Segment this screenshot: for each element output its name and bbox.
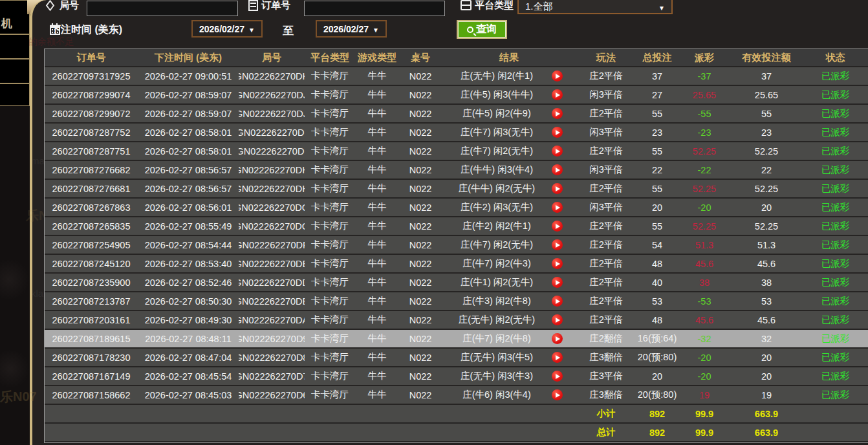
play-video-button[interactable] xyxy=(552,108,576,119)
cell-payout: -20 xyxy=(678,199,730,216)
cell-platform: 卡卡湾厅 xyxy=(305,124,355,141)
cell-status: 已派彩 xyxy=(803,236,868,254)
cell-round: GN022262270DG xyxy=(239,199,305,216)
cell-method: 庄2平倍 xyxy=(576,67,636,85)
play-video-button[interactable] xyxy=(552,333,576,344)
cell-table_no: N022 xyxy=(399,236,442,254)
table-row[interactable]: 2602270872766822026-02-27 08:56:57GN0222… xyxy=(45,161,868,180)
column-header-3: 局号 xyxy=(239,49,305,66)
result-text: 庄(牛5) 闲2(牛9) xyxy=(442,107,552,120)
table-row[interactable]: 2602270872678632026-02-27 08:56:01GN0222… xyxy=(45,199,868,217)
cell-game: 牛牛 xyxy=(355,124,399,141)
cell-valid: 45.6 xyxy=(730,255,803,272)
cell-round: GN022262270DE xyxy=(239,255,305,272)
play-video-button[interactable] xyxy=(552,239,576,250)
cell-round: GN022262270DA xyxy=(239,311,305,329)
play-video-button[interactable] xyxy=(552,277,576,288)
table-row[interactable]: 2602270871671492026-02-27 08:45:54GN0222… xyxy=(45,367,868,386)
cell-round: GN022262270DJ xyxy=(239,86,305,103)
table-row[interactable]: 2602270872451202026-02-27 08:53:40GN0222… xyxy=(45,255,868,274)
order-number-input[interactable] xyxy=(304,1,445,16)
search-button[interactable]: 查询 xyxy=(457,20,507,39)
cell-result: 庄(牛1) 闲2(无牛) xyxy=(442,274,576,291)
platform-type-select[interactable]: 1.全部 xyxy=(517,0,673,14)
play-video-button[interactable] xyxy=(552,164,576,175)
cell-bet: 55 xyxy=(636,142,678,160)
cell-bet: 40 xyxy=(636,274,678,291)
play-video-button[interactable] xyxy=(552,71,576,81)
play-video-button[interactable] xyxy=(552,127,576,138)
cell-round: GN022262270DF xyxy=(239,236,305,254)
table-row[interactable]: 2602270872990742026-02-27 08:59:07GN0222… xyxy=(45,86,868,105)
cell-payout: -20 xyxy=(678,367,730,385)
table-row[interactable]: 2602270872031612026-02-27 08:49:30GN0222… xyxy=(45,311,868,330)
table-row[interactable]: 2602270872766812026-02-27 08:56:57GN0222… xyxy=(45,180,868,199)
cell-game: 牛牛 xyxy=(355,105,399,122)
play-video-button[interactable] xyxy=(552,389,576,400)
round-number-input[interactable] xyxy=(87,1,238,16)
table-row[interactable]: 2602270871896152026-02-27 08:48:11GN0222… xyxy=(45,330,868,349)
cell-game: 牛牛 xyxy=(355,199,399,216)
platform-type-label: 平台类型 xyxy=(475,0,514,12)
subtotal-label: 小计 xyxy=(576,405,636,422)
play-video-button[interactable] xyxy=(552,202,576,213)
cell-platform: 卡卡湾厅 xyxy=(305,311,355,329)
play-icon xyxy=(552,71,563,81)
grand-total-payout: 99.9 xyxy=(678,424,730,441)
cell-round: GN022262270DJ xyxy=(239,105,305,122)
cell-platform: 卡卡湾厅 xyxy=(305,236,355,254)
play-icon xyxy=(552,127,563,138)
table-row[interactable]: 2602270872549052026-02-27 08:54:44GN0222… xyxy=(45,236,868,255)
table-row[interactable]: 2602270872359002026-02-27 08:52:46GN0222… xyxy=(45,274,868,292)
cell-round: GN022262270D9 xyxy=(239,330,305,347)
cell-bet: 53 xyxy=(636,292,678,310)
cell-payout: -53 xyxy=(678,292,730,310)
round-number-icon xyxy=(46,0,54,11)
play-video-button[interactable] xyxy=(552,352,576,363)
play-video-button[interactable] xyxy=(552,296,576,307)
play-video-button[interactable] xyxy=(552,183,576,194)
table-row[interactable]: 2602270973179252026-02-27 09:00:51GN0222… xyxy=(45,67,868,86)
play-video-button[interactable] xyxy=(552,146,576,157)
cell-bet: 20(预:80) xyxy=(636,349,678,366)
play-video-button[interactable] xyxy=(552,258,576,269)
cell-table_no: N022 xyxy=(399,274,442,291)
cell-bet: 55 xyxy=(636,105,678,122)
play-video-button[interactable] xyxy=(552,371,576,382)
cell-table_no: N022 xyxy=(399,217,442,235)
date-to-picker[interactable]: 2026/02/27 xyxy=(316,20,387,38)
cell-game: 牛牛 xyxy=(355,367,399,385)
table-row[interactable]: 2602270872658352026-02-27 08:55:49GN0222… xyxy=(45,217,868,236)
cell-method: 庄2平倍 xyxy=(576,274,636,291)
table-row[interactable]: 2602270872990722026-02-27 08:59:07GN0222… xyxy=(45,105,868,124)
cell-result: 庄(牛7) 闲2(牛8) xyxy=(442,330,576,347)
table-row[interactable]: 2602270871782302026-02-27 08:47:04GN0222… xyxy=(45,349,868,367)
cell-time: 2026-02-27 08:54:44 xyxy=(138,236,239,254)
cell-id: 260227087299072 xyxy=(45,105,138,122)
play-video-button[interactable] xyxy=(552,89,576,100)
platform-type-icon xyxy=(461,0,472,10)
cell-platform: 卡卡湾厅 xyxy=(305,180,355,197)
cell-game: 牛牛 xyxy=(355,161,399,179)
cell-platform: 卡卡湾厅 xyxy=(305,386,355,404)
play-video-button[interactable] xyxy=(552,221,576,232)
result-text: 庄(牛3) 闲2(牛8) xyxy=(442,295,552,307)
cell-status: 已派彩 xyxy=(803,180,868,197)
column-header-8: 玩法 xyxy=(576,49,636,66)
cell-valid: 52.25 xyxy=(730,217,803,235)
table-row[interactable]: 2602270872877522026-02-27 08:58:01GN0222… xyxy=(45,124,868,142)
cell-payout: 52.25 xyxy=(678,180,730,197)
table-row[interactable]: 2602270872137872026-02-27 08:50:30GN0222… xyxy=(45,292,868,311)
cell-valid: 45.6 xyxy=(730,311,803,329)
play-icon xyxy=(552,314,563,325)
search-button-label: 查询 xyxy=(476,23,497,36)
table-row[interactable]: 2602270872877512026-02-27 08:58:01GN0222… xyxy=(45,142,868,161)
cell-game: 牛牛 xyxy=(355,217,399,235)
result-text: 庄(牛牛) 闲2(无牛) xyxy=(442,182,552,195)
cell-game: 牛牛 xyxy=(355,274,399,291)
play-video-button[interactable] xyxy=(552,314,576,325)
cell-game: 牛牛 xyxy=(355,330,399,347)
date-from-picker[interactable]: 2026/02/27 xyxy=(191,20,263,38)
grand-total-bet: 892 xyxy=(636,424,678,441)
table-row[interactable]: 2602270871586622026-02-27 08:45:03GN0222… xyxy=(45,386,868,405)
